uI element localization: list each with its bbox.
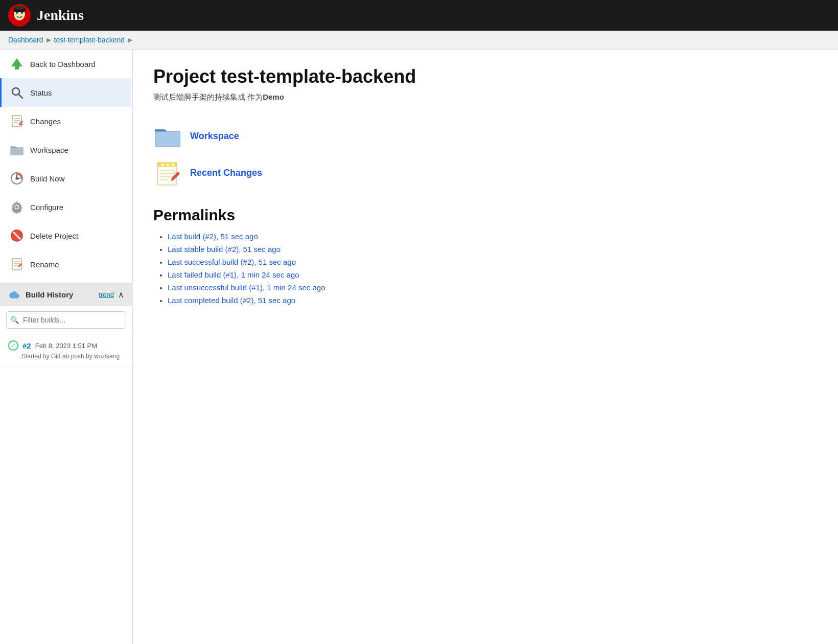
permalink-item: Last failed build (#1), 1 min 24 sec ago (168, 270, 818, 279)
header: Jenkins (0, 0, 838, 31)
svg-marker-6 (11, 58, 22, 66)
magnifier-icon (10, 85, 24, 100)
permalink-item: Last successful build (#2), 51 sec ago (168, 258, 818, 266)
breadcrumb-sep-1: ▶ (46, 36, 51, 43)
up-arrow-icon (10, 57, 24, 71)
sidebar-build-now-label: Build Now (30, 174, 65, 183)
permalinks-title: Permalinks (153, 206, 818, 224)
recent-changes-notepad-icon (153, 159, 182, 186)
filter-search-icon: 🔍 (10, 316, 19, 324)
build-history-left: Build History (8, 289, 73, 300)
svg-point-23 (15, 205, 18, 209)
permalink-item: Last stable build (#2), 51 sec ago (168, 245, 818, 254)
svg-rect-7 (15, 66, 19, 70)
permalinks-list: Last build (#2), 51 sec agoLast stable b… (153, 232, 818, 305)
notepad-changes-icon (10, 114, 24, 128)
cloud-icon (8, 289, 20, 300)
permalink-item: Last build (#2), 51 sec ago (168, 232, 818, 241)
sidebar-delete-label: Delete Project (30, 232, 78, 240)
sidebar-workspace-label: Workspace (30, 146, 68, 154)
svg-rect-16 (11, 148, 23, 155)
build-number-link[interactable]: #2 (22, 341, 31, 350)
permalink-item: Last unsuccessful build (#1), 1 min 24 s… (168, 283, 818, 292)
svg-point-34 (12, 291, 17, 296)
sidebar-item-delete-project[interactable]: Delete Project (0, 221, 132, 250)
rename-icon (10, 257, 24, 271)
sidebar-changes-label: Changes (30, 117, 61, 126)
sidebar-rename-label: Rename (30, 260, 59, 269)
no-sign-icon (10, 228, 24, 243)
recent-changes-link-text[interactable]: Recent Changes (190, 168, 262, 178)
gear-icon (10, 200, 24, 214)
project-desc-strong: Demo (263, 93, 284, 101)
svg-rect-5 (15, 6, 24, 9)
collapse-icon[interactable]: ∧ (118, 290, 124, 300)
jenkins-logo (8, 4, 31, 27)
sidebar-configure-label: Configure (30, 203, 63, 212)
project-desc-prefix: 测试后端脚手架的持续集成 作为 (153, 93, 263, 101)
sidebar: Back to Dashboard Status (0, 50, 133, 644)
filter-builds-input[interactable] (6, 311, 126, 329)
sidebar-item-back-to-dashboard[interactable]: Back to Dashboard (0, 50, 132, 78)
sidebar-item-status[interactable]: Status (0, 78, 132, 107)
svg-point-40 (172, 164, 174, 166)
trend-link[interactable]: trend (99, 291, 114, 298)
sidebar-item-changes[interactable]: Changes (0, 107, 132, 135)
sidebar-item-rename[interactable]: Rename (0, 250, 132, 279)
breadcrumb-project[interactable]: test-template-backend (54, 36, 125, 44)
build-date: Feb 8, 2023 1:51 PM (35, 342, 97, 350)
quick-links: Workspace (153, 123, 818, 186)
workspace-quick-link[interactable]: Workspace (153, 123, 818, 149)
sidebar-item-configure[interactable]: Configure (0, 193, 132, 221)
build-history-label: Build History (26, 290, 73, 299)
sidebar-item-build-now[interactable]: Build Now (0, 164, 132, 193)
permalink-link-5[interactable]: Last completed build (#2), 51 sec ago (168, 296, 295, 305)
build-description: Started by GitLab push by wuzikang (21, 353, 124, 360)
build-history-right: trend ∧ (99, 290, 124, 300)
main-content: Project test-template-backend 测试后端脚手架的持续… (133, 50, 838, 644)
build-now-icon (10, 171, 24, 186)
permalink-link-1[interactable]: Last stable build (#2), 51 sec ago (168, 245, 281, 254)
permalink-link-3[interactable]: Last failed build (#1), 1 min 24 sec ago (168, 270, 299, 279)
svg-point-39 (167, 164, 169, 166)
permalink-link-2[interactable]: Last successful build (#2), 51 sec ago (168, 258, 296, 266)
sidebar-item-workspace[interactable]: Workspace (0, 135, 132, 164)
build-success-icon: ✓ (8, 340, 18, 351)
breadcrumb: Dashboard ▶ test-template-backend ▶ (0, 31, 838, 50)
recent-changes-quick-link[interactable]: Recent Changes (153, 159, 818, 186)
workspace-link-text[interactable]: Workspace (190, 131, 239, 142)
breadcrumb-dashboard[interactable]: Dashboard (8, 36, 43, 44)
build-history-header: Build History trend ∧ (0, 283, 132, 306)
app-title: Jenkins (37, 7, 84, 24)
svg-point-38 (161, 164, 164, 166)
build-item-top: ✓ #2 Feb 8, 2023 1:51 PM (8, 340, 124, 351)
svg-rect-35 (155, 131, 180, 146)
permalink-item: Last completed build (#2), 51 sec ago (168, 296, 818, 305)
sidebar-back-label: Back to Dashboard (30, 60, 96, 68)
build-item: ✓ #2 Feb 8, 2023 1:51 PM Started by GitL… (0, 334, 132, 366)
breadcrumb-sep-2: ▶ (128, 36, 132, 43)
svg-line-9 (19, 95, 23, 99)
project-description: 测试后端脚手架的持续集成 作为Demo (153, 93, 818, 102)
filter-input-wrapper: 🔍 (0, 306, 132, 334)
workspace-folder-icon (153, 123, 182, 149)
permalink-link-0[interactable]: Last build (#2), 51 sec ago (168, 232, 258, 241)
permalinks-section: Permalinks Last build (#2), 51 sec agoLa… (153, 206, 818, 305)
permalink-link-4[interactable]: Last unsuccessful build (#1), 1 min 24 s… (168, 283, 325, 292)
layout: Back to Dashboard Status (0, 50, 838, 644)
project-title: Project test-template-backend (153, 66, 818, 87)
sidebar-status-label: Status (30, 88, 52, 97)
folder-sidebar-icon (10, 143, 24, 157)
